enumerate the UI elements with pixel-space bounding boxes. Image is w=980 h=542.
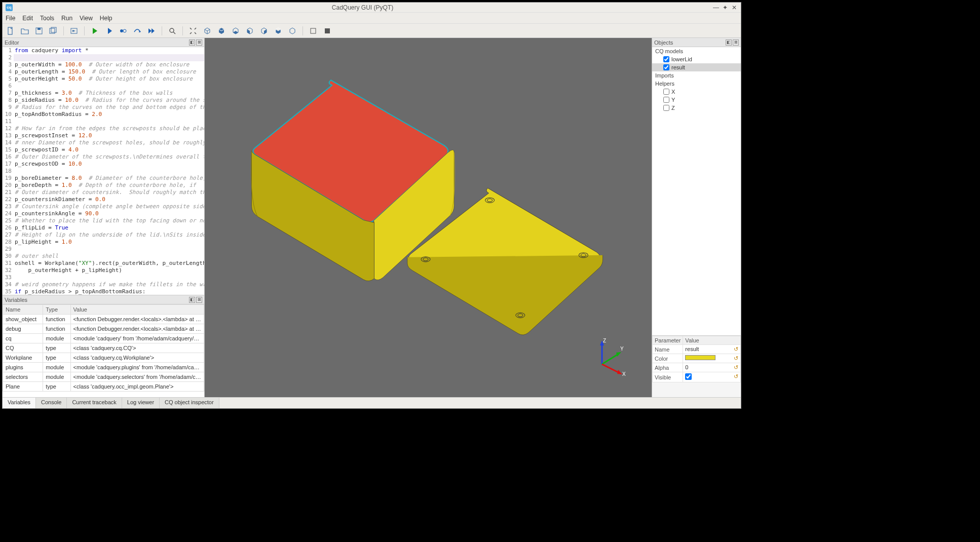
menu-file[interactable]: File [6,15,15,22]
editor-undock-icon[interactable]: ◧ [189,40,195,46]
props-row[interactable]: Color↺ [653,354,741,363]
code-line[interactable]: 8p_sideRadius = 10.0 # Radius for the cu… [3,97,204,104]
props-row[interactable]: Nameresult↺ [653,345,741,354]
table-row[interactable]: Workplanetype<class 'cadquery.cq.Workpla… [3,353,204,363]
code-line[interactable]: 9# Radius for the curves on the top and … [3,104,204,111]
tab-cq-object-inspector[interactable]: CQ object inspector [160,398,219,408]
variables-table[interactable]: NameTypeValueshow_objectfunction<functio… [3,304,204,397]
reset-icon[interactable]: ↺ [734,355,738,362]
tree-group-header[interactable]: Helpers [652,80,741,88]
table-row[interactable]: pluginsmodule<module 'cadquery.plugins' … [3,363,204,372]
maximize-button[interactable]: ✦ [722,4,729,11]
menu-view[interactable]: View [80,15,93,22]
step-over-icon[interactable] [132,26,142,36]
front-view-icon[interactable] [245,26,255,36]
iso-view-icon[interactable] [202,26,212,36]
code-line[interactable]: 31oshell = Workplane("XY").rect(p_outerW… [3,260,204,267]
code-line[interactable]: 2 [3,54,204,61]
code-line[interactable]: 6 [3,83,204,90]
shaded-icon[interactable] [322,26,332,36]
code-editor[interactable]: 1from cadquery import *23p_outerWidth = … [3,47,204,295]
code-line[interactable]: 30# outer shell [3,253,204,260]
search-icon[interactable] [167,26,177,36]
code-line[interactable]: 3p_outerWidth = 100.0 # Outer width of b… [3,61,204,68]
variables-undock-icon[interactable]: ◧ [189,297,195,303]
table-row[interactable]: cqmodule<module 'cadquery' from '/home/a… [3,334,204,343]
back-view-icon[interactable] [259,26,269,36]
props-row[interactable]: Visible↺ [653,372,741,382]
editor-close-icon[interactable]: ⊠ [196,40,202,46]
variables-close-icon[interactable]: ⊠ [196,297,202,303]
minimize-button[interactable]: — [712,4,720,11]
code-line[interactable]: 4p_outerLength = 150.0 # Outer length of… [3,68,204,75]
axis-gizmo[interactable]: Z Y X [587,336,627,377]
viewport-3d[interactable]: Z Y X [205,38,652,397]
code-line[interactable]: 21# Outer diameter of countersink. Shoul… [3,189,204,196]
code-line[interactable]: 22p_countersinkDiameter = 0.0 [3,196,204,203]
code-line[interactable]: 28p_lipHeight = 1.0 [3,239,204,246]
code-line[interactable]: 11 [3,118,204,125]
code-line[interactable]: 19p_boreDiameter = 8.0 # Diameter of the… [3,175,204,182]
tab-console[interactable]: Console [36,398,67,408]
tree-item-checkbox[interactable] [663,56,669,62]
code-line[interactable]: 10p_topAndBottomRadius = 2.0 [3,111,204,118]
tree-group-header[interactable]: Imports [652,71,741,80]
tree-item-checkbox[interactable] [663,89,669,95]
debug-step-icon[interactable] [104,26,114,36]
tab-log-viewer[interactable]: Log viewer [122,398,160,408]
reset-icon[interactable]: ↺ [734,364,738,371]
code-line[interactable]: 32 p_outerHeight + p_lipHeight) [3,267,204,274]
code-line[interactable]: 15p_screwpostID = 4.0 [3,146,204,153]
menu-edit[interactable]: Edit [22,15,33,22]
objects-undock-icon[interactable]: ◧ [726,40,732,46]
code-line[interactable]: 20p_boreDepth = 1.0 # Depth of the count… [3,182,204,189]
code-line[interactable]: 7p_thickness = 3.0 # Thickness of the bo… [3,90,204,97]
tree-item-lowerlid[interactable]: lowerLid [652,55,741,63]
code-line[interactable]: 29 [3,246,204,253]
tree-item-y[interactable]: Y [652,96,741,104]
code-line[interactable]: 23# Countersink angle (complete angle be… [3,203,204,210]
code-line[interactable]: 24p_countersinkAngle = 90.0 [3,210,204,217]
variables-header[interactable]: Value [70,305,204,315]
props-row[interactable]: Alpha0↺ [653,363,741,372]
tree-item-checkbox[interactable] [663,97,669,103]
save-icon[interactable] [34,26,44,36]
code-line[interactable]: 14# nner Diameter of the screwpost holes… [3,139,204,146]
objects-close-icon[interactable]: ⊠ [733,40,739,46]
code-line[interactable]: 33 [3,274,204,281]
continue-icon[interactable] [146,26,157,36]
tab-variables[interactable]: Variables [3,398,36,408]
open-file-icon[interactable] [20,26,30,36]
reset-icon[interactable]: ↺ [734,346,738,353]
tree-item-checkbox[interactable] [663,64,669,70]
objects-tree[interactable]: CQ modelslowerLidresultImportsHelpersXYZ [652,47,741,335]
menu-run[interactable]: Run [61,15,72,22]
table-row[interactable]: Planetype<class 'cadquery.occ_impl.geom.… [3,382,204,392]
code-line[interactable]: 17p_screwpostOD = 10.0 [3,161,204,168]
code-line[interactable]: 18 [3,168,204,175]
left-view-icon[interactable] [273,26,283,36]
color-swatch[interactable] [685,355,715,360]
menu-help[interactable]: Help [100,15,112,22]
code-line[interactable]: 26p_flipLid = True [3,224,204,231]
code-line[interactable]: 16# Outer Diameter of the screwposts.\nD… [3,153,204,161]
bottom-view-icon[interactable] [231,26,241,36]
run-icon[interactable] [90,26,100,36]
reset-icon[interactable]: ↺ [734,373,738,380]
new-file-icon[interactable] [6,26,16,36]
tree-group-header[interactable]: CQ models [652,47,741,55]
code-line[interactable]: 35if p_sideRadius > p_topAndBottomRadius… [3,288,204,295]
tree-item-z[interactable]: Z [652,104,741,112]
variables-header[interactable]: Type [43,305,70,315]
top-view-icon[interactable] [216,26,227,36]
fit-view-icon[interactable] [188,26,198,36]
table-row[interactable]: selectorsmodule<module 'cadquery.selecto… [3,372,204,382]
code-line[interactable]: 13p_screwpostInset = 12.0 [3,132,204,139]
tree-item-result[interactable]: result [652,63,741,71]
code-line[interactable]: 5p_outerHeight = 50.0 # Outer height of … [3,75,204,83]
close-button[interactable]: ✕ [731,4,738,11]
code-line[interactable]: 25# Whether to place the lid with the to… [3,217,204,224]
table-row[interactable]: CQtype<class 'cadquery.cq.CQ'> [3,343,204,353]
save-as-icon[interactable] [48,26,58,36]
tree-item-x[interactable]: X [652,88,741,96]
